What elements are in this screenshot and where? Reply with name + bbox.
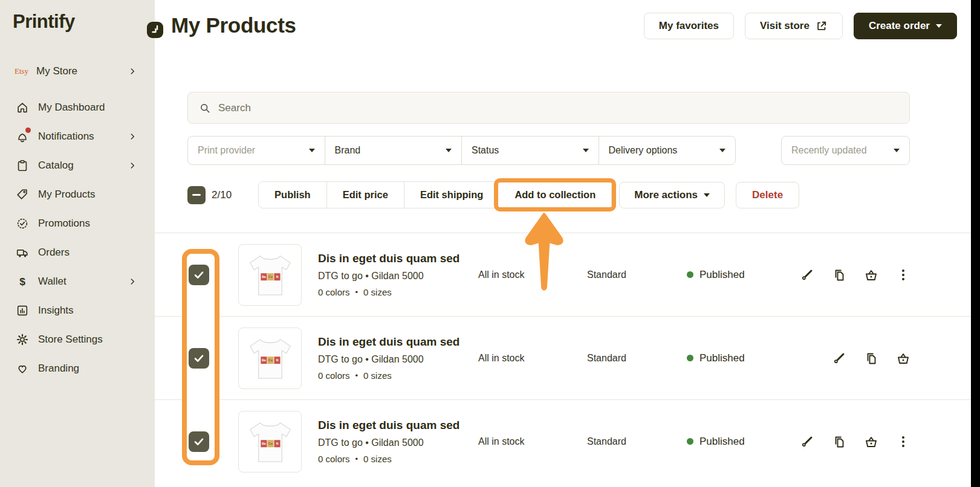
etsy-badge: Etsy [15,66,36,76]
badge-check-icon [16,217,29,230]
sidebar-item-insights[interactable]: Insights [0,296,155,325]
sidebar: Printify Etsy My Store My Dashboard Noti… [0,0,155,487]
publish-button[interactable]: Publish [259,182,326,208]
status-dot-green [687,355,693,361]
create-order-button[interactable]: Create order [854,13,957,39]
sort-select[interactable]: Recently updated [781,136,910,165]
publish-status: Published [687,352,802,364]
product-title[interactable]: Dis in eget duis quam sed [318,335,469,349]
search-input[interactable] [218,102,898,114]
stock-status: All in stock [478,436,587,447]
duplicate-button[interactable] [832,268,846,282]
sizes-count: 0 sizes [363,454,392,464]
sidebar-item-catalog[interactable]: Catalog [0,151,155,180]
colors-count: 0 colors [318,287,350,297]
status-dot-green [687,438,693,445]
row-actions [800,400,910,483]
order-sample-button[interactable] [896,351,910,366]
filters-row: Print provider Brand Status Delivery opt… [187,136,910,165]
duplicate-button[interactable] [832,434,846,449]
nav-label: My Products [38,189,95,201]
chevron-right-icon [128,161,137,170]
duplicate-icon [864,351,878,366]
home-icon [16,101,29,114]
product-title[interactable]: Dis in eget duis quam sed [318,419,469,432]
more-actions-button[interactable]: More actions [619,182,725,208]
product-info: Dis in eget duis quam sed DTG to go • Gi… [318,335,469,381]
sidebar-item-orders[interactable]: Orders [0,238,155,267]
stock-status: All in stock [478,269,587,280]
row-checkbox[interactable] [189,431,209,452]
select-all-checkbox[interactable] [187,186,206,204]
sidebar-collapse-toggle[interactable] [147,22,163,38]
checkmark-icon [192,268,206,282]
edit-design-button[interactable] [832,351,846,366]
edit-price-button[interactable]: Edit price [326,182,404,208]
sidebar-item-store-settings[interactable]: Store Settings [0,325,155,354]
nav-label: Wallet [38,276,67,288]
sidebar-item-my-store[interactable]: Etsy My Store [0,58,155,85]
colors-count: 0 colors [318,370,350,381]
row-actions [800,233,910,316]
duplicate-button[interactable] [864,351,878,366]
nav-label: Insights [38,305,74,317]
chevron-right-icon [128,277,137,286]
filter-delivery-options[interactable]: Delivery options [599,137,736,164]
row-actions [832,317,910,399]
product-thumbnail[interactable] [238,327,302,389]
sidebar-item-notifications[interactable]: Notifications [0,122,155,151]
edit-design-button[interactable] [800,434,814,449]
edit-shipping-button[interactable]: Edit shipping [404,182,499,208]
row-checkbox[interactable] [189,265,209,285]
filter-status[interactable]: Status [461,137,599,164]
create-order-label: Create order [869,20,930,32]
my-favorites-button[interactable]: My favorites [644,13,734,39]
caret-down-icon [446,149,452,152]
indeterminate-minus-icon [192,194,201,196]
sidebar-item-wallet[interactable]: Wallet [0,267,155,296]
sizes-count: 0 sizes [363,287,392,297]
sidebar-item-my-dashboard[interactable]: My Dashboard [0,93,155,122]
product-meta: DTG to go • Gildan 5000 [318,437,469,448]
table-row: Dis in eget duis quam sed DTG to go • Gi… [155,316,971,399]
delivery-option: Standard [587,269,687,280]
sidebar-item-branding[interactable]: Branding [0,354,155,383]
table-row: Dis in eget duis quam sed DTG to go • Gi… [155,233,971,316]
product-info: Dis in eget duis quam sed DTG to go • Gi… [318,419,469,464]
product-variants: 0 colors•0 sizes [318,454,469,464]
visit-store-button[interactable]: Visit store [745,13,843,39]
sidebar-item-my-products[interactable]: My Products [0,180,155,209]
nav-label: My Dashboard [38,102,105,114]
chevron-right-icon [128,67,137,76]
external-link-icon [816,20,828,32]
bulk-button-group: Publish Edit price Edit shipping Add to … [258,181,612,208]
sidebar-item-promotions[interactable]: Promotions [0,209,155,238]
main-content: My Products My favorites Visit store Cre… [155,0,971,487]
order-sample-button[interactable] [864,434,878,449]
duplicate-icon [832,268,846,282]
product-meta: DTG to go • Gildan 5000 [318,354,469,365]
add-to-collection-button[interactable]: Add to collection [499,182,611,208]
dot-separator: • [355,288,359,297]
sort-label: Recently updated [791,145,867,156]
screenshot-right-black-edge [971,0,980,487]
order-sample-button[interactable] [864,268,878,282]
row-checkbox[interactable] [189,348,209,369]
heart-icon [16,362,29,375]
nav-label: Branding [38,363,79,375]
more-options-button[interactable] [896,434,910,449]
paintbrush-edit-icon [800,268,814,282]
stock-status: All in stock [478,353,587,364]
product-title[interactable]: Dis in eget duis quam sed [318,252,469,265]
filter-print-provider[interactable]: Print provider [188,137,325,164]
kebab-menu-icon [896,434,910,449]
product-thumbnail[interactable] [238,244,302,306]
edit-design-button[interactable] [800,268,814,282]
dot-separator: • [355,371,359,380]
product-thumbnail[interactable] [238,411,302,472]
delete-button[interactable]: Delete [736,182,799,208]
nav-label: Orders [38,247,70,259]
filter-brand[interactable]: Brand [325,137,462,164]
product-list: Dis in eget duis quam sed DTG to go • Gi… [155,233,971,483]
more-options-button[interactable] [896,268,910,282]
